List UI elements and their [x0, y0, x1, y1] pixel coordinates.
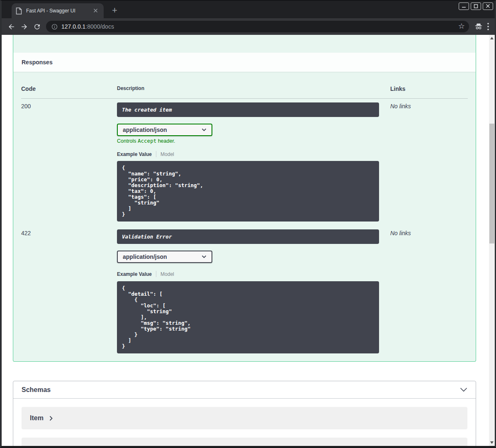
kebab-menu-icon[interactable] — [487, 23, 489, 30]
response-description-text: Validation Error — [122, 234, 172, 240]
column-header-description: Description — [117, 85, 390, 99]
info-icon[interactable] — [51, 23, 58, 30]
opblock-top-spacer — [13, 35, 476, 53]
chevron-right-icon — [49, 416, 53, 421]
scrollbar-down-arrow-icon[interactable] — [490, 441, 494, 444]
example-code-block-422: { "detail": [ { "loc": [ "string" ], "ms… — [117, 281, 379, 353]
maximize-button[interactable] — [471, 2, 481, 10]
chevron-down-icon[interactable] — [460, 387, 467, 392]
back-icon[interactable] — [5, 20, 18, 33]
controls-accept-header-note: Controls Accept header. — [117, 138, 390, 144]
url-text: 127.0.0.1:8000/docs — [61, 23, 114, 30]
chevron-down-icon — [202, 128, 207, 131]
chevron-down-icon — [202, 255, 207, 258]
close-button[interactable] — [483, 2, 493, 10]
example-json-200: { "name": "string", "price": 0, "descrip… — [122, 165, 374, 217]
example-code-block-200: { "name": "string", "price": 0, "descrip… — [117, 161, 379, 222]
model-validationerror[interactable]: ValidationError — [22, 438, 467, 446]
forward-icon[interactable] — [18, 20, 31, 33]
media-type-select-200[interactable]: application/json — [117, 124, 212, 136]
browser-tab[interactable]: Fast API - Swagger UI — [12, 3, 104, 18]
responses-title: Responses — [22, 59, 53, 66]
responses-body: Code Description Links 200 The created i… — [13, 72, 476, 361]
response-description-422: Validation Error application/json Exampl… — [117, 226, 390, 353]
media-type-value: application/json — [123, 253, 167, 260]
favicon-document-icon — [16, 7, 22, 15]
response-links-422: No links — [390, 226, 468, 353]
model-label: ValidationError — [30, 445, 78, 446]
window-controls — [459, 2, 493, 10]
accept-note-suffix: header. — [156, 138, 175, 144]
tab-close-icon[interactable] — [92, 7, 100, 15]
toolbar-right — [472, 22, 491, 31]
responses-table: Code Description Links 200 The created i… — [21, 85, 468, 353]
tab-strip: Fast API - Swagger UI + — [2, 1, 495, 18]
schemas-header[interactable]: Schemas — [13, 381, 476, 399]
column-header-code: Code — [21, 85, 117, 99]
url-host: 127.0.0.1 — [61, 23, 85, 30]
browser-toolbar: 127.0.0.1:8000/docs ☆ — [2, 18, 495, 35]
response-code-422: 422 — [21, 226, 117, 353]
minimize-button[interactable] — [459, 2, 469, 10]
accept-note-prefix: Controls — [117, 138, 138, 144]
url-path: :8000/docs — [85, 23, 114, 30]
tab-model[interactable]: Model — [160, 271, 174, 277]
tab-example-value[interactable]: Example Value — [117, 271, 152, 277]
tab-example-value[interactable]: Example Value — [117, 151, 152, 157]
example-model-tabs: Example Value Model — [117, 151, 390, 157]
response-code-200: 200 — [21, 99, 117, 226]
schemas-section: Schemas Item ValidationError — [13, 381, 476, 446]
tab-separator — [156, 271, 156, 277]
incognito-icon — [474, 22, 483, 31]
column-header-links: Links — [390, 85, 468, 99]
media-type-value: application/json — [123, 127, 167, 133]
tab-title: Fast API - Swagger UI — [26, 8, 75, 14]
example-json-422: { "detail": [ { "loc": [ "string" ], "ms… — [122, 285, 374, 349]
response-links-200: No links — [390, 99, 468, 226]
swagger-page: Responses Code Description Links 200 The… — [2, 35, 495, 446]
tab-model[interactable]: Model — [160, 151, 174, 157]
schemas-title: Schemas — [22, 386, 51, 394]
response-description-text: The created item — [122, 107, 172, 113]
post-operation-block: Responses Code Description Links 200 The… — [13, 35, 476, 362]
star-icon[interactable]: ☆ — [458, 22, 465, 31]
example-model-tabs: Example Value Model — [117, 271, 390, 277]
responses-section-header: Responses — [13, 53, 476, 72]
accept-note-header: Accept — [138, 138, 156, 144]
tab-separator — [156, 151, 156, 157]
model-label: Item — [30, 414, 44, 422]
scrollbar-thumb[interactable] — [489, 124, 494, 243]
media-type-select-422[interactable]: application/json — [117, 251, 212, 263]
url-bar[interactable]: 127.0.0.1:8000/docs ☆ — [46, 21, 469, 32]
model-item[interactable]: Item — [22, 407, 467, 429]
page-scrollbar[interactable] — [489, 35, 495, 446]
scrollbar-up-arrow-icon[interactable] — [490, 37, 494, 39]
new-tab-button[interactable]: + — [109, 5, 120, 16]
response-description-box: Validation Error — [117, 229, 379, 244]
browser-window: Fast API - Swagger UI + — [0, 0, 496, 448]
reload-icon[interactable] — [31, 20, 44, 33]
response-description-200: The created item application/json Contro… — [117, 99, 390, 226]
response-description-box: The created item — [117, 102, 379, 117]
schemas-body: Item ValidationError — [13, 399, 476, 446]
